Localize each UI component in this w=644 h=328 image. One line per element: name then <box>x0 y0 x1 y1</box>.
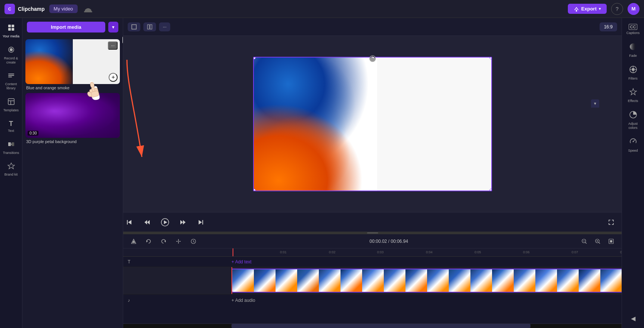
undo-button[interactable] <box>143 237 155 246</box>
preview-layout-button[interactable] <box>143 22 156 31</box>
right-item-effects[interactable]: Effects <box>623 85 644 106</box>
app-logo: C Clipchamp <box>4 4 45 14</box>
media-more-button[interactable]: ··· <box>108 41 118 50</box>
svg-point-22 <box>370 56 376 62</box>
text-track-icon: T <box>128 259 130 264</box>
avatar[interactable]: M <box>628 3 640 15</box>
preview-toolbar: ··· 16:9 <box>123 18 622 36</box>
text-track-row: T + Add text <box>123 257 622 267</box>
zoom-out-button[interactable] <box>578 237 590 246</box>
import-media-button[interactable]: Import media <box>27 22 105 33</box>
ruler-0-06: 0:06 <box>523 250 530 254</box>
brand-kit-icon <box>7 162 15 171</box>
media-add-button[interactable]: ＋ <box>109 73 118 82</box>
ruler-0-08: 0:08 <box>620 250 622 254</box>
your-media-icon <box>7 24 15 33</box>
media-item-blue-smoke: ··· ＋ Blue and orange smoke Add to timel… <box>25 39 120 90</box>
svg-rect-13 <box>8 99 14 105</box>
content-library-icon <box>7 72 15 81</box>
svg-marker-29 <box>164 220 167 224</box>
svg-rect-7 <box>12 28 14 31</box>
fade-icon <box>629 43 637 53</box>
svg-marker-26 <box>144 220 147 225</box>
zoom-in-button[interactable] <box>592 237 604 246</box>
fullscreen-button[interactable] <box>605 216 617 228</box>
speed-icon <box>629 137 637 148</box>
import-media-dropdown[interactable]: ▾ <box>108 22 118 33</box>
effects-icon <box>629 88 637 98</box>
export-button[interactable]: Export ▾ <box>568 4 607 14</box>
split-button[interactable] <box>172 237 184 246</box>
video-strip[interactable] <box>231 269 622 293</box>
audio-icon: ♪ <box>128 298 130 303</box>
project-title[interactable]: My video <box>49 4 78 13</box>
sidebar-item-transitions[interactable]: Transitions <box>1 137 22 158</box>
preview-crop-button[interactable] <box>128 22 140 31</box>
add-text-button[interactable]: + Add text <box>231 259 252 264</box>
svg-marker-27 <box>147 220 150 225</box>
svg-marker-58 <box>630 89 637 95</box>
hat-icon <box>82 3 94 15</box>
right-item-speed[interactable]: Speed <box>623 134 644 156</box>
right-item-fade[interactable]: Fade <box>623 40 644 61</box>
rewind-button[interactable] <box>141 216 153 228</box>
svg-marker-18 <box>8 163 15 169</box>
svg-rect-4 <box>8 25 11 27</box>
zoom-controls <box>578 237 617 246</box>
rotate-handle[interactable] <box>369 55 376 64</box>
sidebar-item-templates[interactable]: Templates <box>1 95 22 115</box>
ruler-0-02: 0:02 <box>329 250 336 254</box>
svg-point-51 <box>630 43 637 50</box>
svg-rect-20 <box>147 25 149 29</box>
preview-controls <box>123 212 622 232</box>
svg-marker-30 <box>180 220 183 225</box>
right-item-captions[interactable]: CC Captions <box>623 21 644 38</box>
right-item-filters[interactable]: Filters <box>623 62 644 84</box>
speed-label: Speed <box>628 149 638 153</box>
media-panel: Import media ▾ ··· ＋ Blue and orange smo… <box>22 18 123 328</box>
svg-rect-16 <box>8 142 11 146</box>
aspect-ratio-button[interactable]: 16:9 <box>600 22 617 31</box>
ruler-0-01: 0:01 <box>280 250 287 254</box>
app-name: Clipchamp <box>18 6 45 12</box>
sidebar-item-record[interactable]: Record & create <box>1 43 22 68</box>
sidebar-item-content-library[interactable]: Content library <box>1 69 22 93</box>
sidebar-item-brand-kit[interactable]: Brand kit <box>1 159 22 180</box>
filters-icon <box>629 65 637 75</box>
svg-rect-32 <box>202 220 203 225</box>
sidebar-item-text[interactable]: T Text <box>1 117 22 136</box>
resize-handle-br[interactable] <box>489 189 492 191</box>
captions-icon: CC <box>629 24 638 30</box>
skip-forward-button[interactable] <box>195 216 207 228</box>
right-item-adjust-colors[interactable]: Adjust colors <box>623 108 644 133</box>
adjust-colors-label: Adjust colors <box>624 122 642 130</box>
right-sidebar: CC Captions Fade Filters Effects Adjus <box>622 18 644 328</box>
redo-button[interactable] <box>158 237 169 246</box>
sidebar-item-your-media[interactable]: Your media <box>1 21 22 41</box>
svg-marker-25 <box>128 220 131 225</box>
media-thumb-purple-petal[interactable]: 0:30 <box>25 93 120 138</box>
transitions-icon <box>7 140 15 150</box>
timeline-collapse-button[interactable]: ▾ <box>591 99 599 108</box>
video-track-label <box>123 269 231 293</box>
fast-forward-button[interactable] <box>177 216 189 228</box>
right-sidebar-collapse[interactable]: ◀ <box>628 312 638 325</box>
play-button[interactable] <box>159 216 171 228</box>
media-thumb-blue-smoke[interactable]: ··· ＋ <box>25 39 120 84</box>
bottom-scrollbar[interactable] <box>123 324 622 328</box>
auto-compose-button[interactable] <box>128 237 140 246</box>
preview-canvas[interactable] <box>253 57 492 191</box>
logo-icon: C <box>4 4 15 14</box>
fit-timeline-button[interactable] <box>605 237 617 246</box>
resize-handle-bl[interactable] <box>253 189 256 191</box>
audio-track-label: ♪ <box>123 298 231 303</box>
timeline-toolbar: 00:00.02 / 00:06.94 <box>123 234 622 248</box>
skip-back-button[interactable] <box>123 216 135 228</box>
add-audio-button[interactable]: + Add audio <box>231 298 255 303</box>
help-button[interactable]: ? <box>611 3 623 15</box>
svg-rect-14 <box>8 100 14 101</box>
templates-icon <box>7 98 15 107</box>
history-button[interactable] <box>187 237 199 246</box>
preview-more-button[interactable]: ··· <box>159 22 170 31</box>
export-arrow-icon: ▾ <box>599 7 601 11</box>
